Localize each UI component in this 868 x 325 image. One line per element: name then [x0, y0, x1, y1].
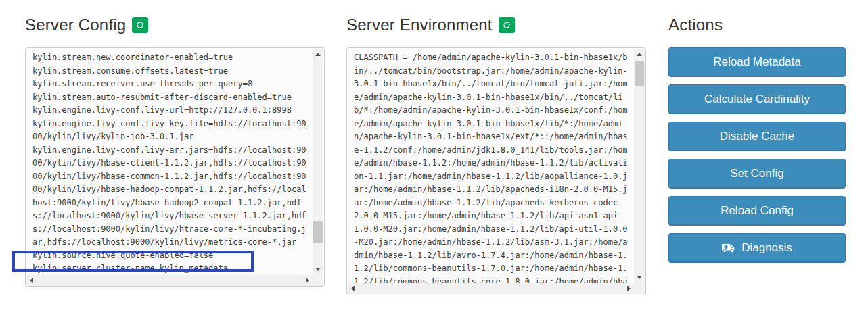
scrollbar-corner — [634, 283, 645, 294]
env-vertical-scrollbar[interactable] — [634, 49, 645, 283]
server-environment-title: Server Environment — [346, 14, 646, 36]
config-vscroll-thumb[interactable] — [313, 221, 323, 243]
env-vscroll-thumb[interactable] — [635, 61, 644, 86]
env-horizontal-scrollbar[interactable] — [348, 283, 634, 294]
button-label: Set Config — [730, 167, 783, 180]
button-label: Diagnosis — [741, 241, 792, 255]
scroll-right-icon[interactable] — [306, 278, 309, 283]
reload-config-button[interactable]: Reload Config — [668, 196, 846, 226]
actions-panel: Actions Reload Metadata Calculate Cardin… — [668, 14, 846, 270]
ambulance-icon — [722, 243, 736, 253]
scroll-up-icon[interactable] — [637, 53, 642, 56]
server-environment-textarea[interactable]: CLASSPATH = /home/admin/apache-kylin-3.0… — [346, 47, 646, 295]
server-config-title-text: Server Config — [25, 16, 126, 34]
actions-title: Actions — [668, 14, 846, 36]
set-config-button[interactable]: Set Config — [668, 159, 846, 189]
scrollbar-corner — [313, 275, 323, 286]
server-environment-panel: Server Environment CLASSPATH = /home/adm… — [346, 14, 646, 36]
server-config-title: Server Config — [25, 14, 325, 36]
config-vertical-scrollbar[interactable] — [313, 49, 323, 275]
button-label: Reload Metadata — [713, 55, 800, 69]
scroll-left-icon[interactable] — [30, 278, 33, 283]
refresh-environment-button[interactable] — [499, 17, 515, 33]
actions-button-list: Reload Metadata Calculate Cardinality Di… — [668, 47, 846, 263]
server-config-panel: Server Config kylin.stream.new.coordinat… — [25, 14, 325, 36]
refresh-icon — [135, 20, 145, 30]
scroll-left-icon[interactable] — [351, 286, 355, 291]
actions-title-text: Actions — [668, 16, 723, 34]
scroll-right-icon[interactable] — [627, 286, 631, 291]
config-horizontal-scrollbar[interactable] — [26, 275, 313, 286]
reload-metadata-button[interactable]: Reload Metadata — [668, 47, 846, 77]
scroll-down-icon[interactable] — [637, 276, 642, 279]
button-label: Disable Cache — [720, 130, 795, 143]
disable-cache-button[interactable]: Disable Cache — [668, 122, 846, 151]
refresh-config-button[interactable] — [132, 17, 148, 33]
server-config-textarea[interactable]: kylin.stream.new.coordinator-enabled=tru… — [25, 47, 325, 287]
scroll-up-icon[interactable] — [315, 53, 321, 56]
calculate-cardinality-button[interactable]: Calculate Cardinality — [668, 84, 846, 114]
server-environment-title-text: Server Environment — [346, 16, 493, 34]
button-label: Reload Config — [721, 204, 794, 218]
button-label: Calculate Cardinality — [704, 93, 810, 106]
server-config-text: kylin.stream.new.coordinator-enabled=tru… — [26, 48, 313, 275]
scroll-down-icon[interactable] — [315, 268, 321, 271]
diagnosis-button[interactable]: Diagnosis — [668, 233, 846, 263]
server-environment-text: CLASSPATH = /home/admin/apache-kylin-3.0… — [347, 48, 634, 283]
refresh-icon — [502, 20, 511, 30]
